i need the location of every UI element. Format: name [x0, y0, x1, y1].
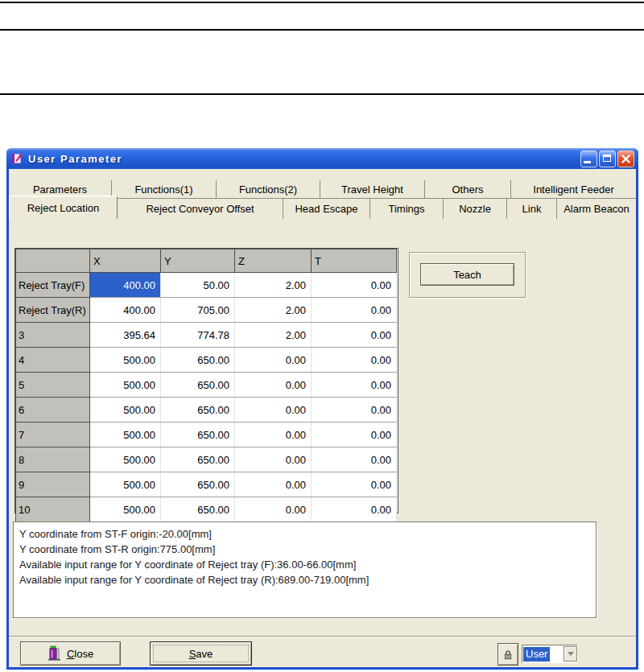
tab-functions-1[interactable]: Functions(1) [112, 180, 217, 198]
grid-header: XYZT [16, 249, 397, 273]
grid-cell[interactable]: 650.00 [161, 447, 235, 472]
grid-cell[interactable]: 500.00 [90, 348, 161, 373]
grid-cell[interactable]: 0.00 [235, 348, 312, 373]
grid-cell[interactable]: 0.00 [312, 273, 397, 298]
titlebar: User Parameter [6, 148, 638, 169]
grid-cell[interactable]: 0.00 [312, 298, 397, 323]
tab-reject-conveyor-offset[interactable]: Reject Conveyor Offset [118, 198, 283, 219]
grid-cell[interactable]: 500.00 [90, 472, 161, 497]
grid-cell[interactable]: 0.00 [235, 447, 312, 472]
window-controls [580, 150, 634, 167]
grid-cell[interactable]: 0.00 [312, 472, 397, 497]
tab-row-2: Reject LocationReject Conveyor OffsetHea… [9, 198, 636, 219]
dialog-client-area: ParametersFunctions(1)Functions(2)Travel… [9, 169, 636, 667]
grid-cell[interactable]: 0.00 [235, 373, 312, 398]
grid-cell[interactable]: 500.00 [90, 497, 161, 522]
grid-cell[interactable]: 400.00 [90, 273, 161, 298]
save-button[interactable]: Save [150, 641, 252, 666]
document-rule-line [0, 2, 644, 3]
lock-button[interactable] [497, 643, 518, 666]
tab-alarm-beacon[interactable]: Alarm Beacon [557, 198, 636, 219]
grid-cell[interactable]: 0.00 [312, 423, 397, 447]
grid-column-header-x: X [90, 249, 161, 273]
tab-head-escape[interactable]: Head Escape [283, 198, 370, 219]
grid-cell[interactable]: 0.00 [235, 398, 312, 423]
grid-cell[interactable]: 2.00 [235, 273, 312, 298]
grid-cell[interactable]: 2.00 [235, 298, 312, 323]
grid-cell[interactable]: 400.00 [90, 298, 161, 323]
grid-cell[interactable]: 650.00 [161, 373, 235, 398]
grid-cell[interactable]: 705.00 [161, 298, 235, 323]
grid-cell[interactable]: 0.00 [312, 447, 397, 472]
grid-row-header-reject-tray-r: Reject Tray(R) [16, 298, 90, 323]
grid-cell[interactable]: 650.00 [161, 423, 235, 447]
window-title: User Parameter [28, 153, 580, 165]
close-button[interactable]: Close [20, 641, 121, 666]
grid-row-header-4: 4 [16, 348, 90, 373]
document-rule-line [0, 93, 644, 95]
reject-location-grid: XYZT Reject Tray(F)400.0050.002.000.00Re… [14, 248, 398, 513]
teach-groupbox: Teach [409, 252, 526, 298]
grid-cell[interactable]: 0.00 [312, 348, 397, 373]
grid-row-header-10: 10 [16, 497, 90, 522]
grid-cell[interactable]: 50.00 [161, 273, 235, 298]
minimize-icon [584, 161, 591, 163]
grid-cell[interactable]: 0.00 [312, 323, 397, 348]
tab-intelligent-feeder[interactable]: Intelligent Feeder [511, 180, 636, 198]
footer-divider [9, 636, 636, 637]
grid-cell[interactable]: 650.00 [161, 497, 235, 522]
grid-row-header-5: 5 [16, 373, 90, 398]
tab-link[interactable]: Link [507, 198, 557, 219]
grid-body: Reject Tray(F)400.0050.002.000.00Reject … [16, 273, 397, 522]
tab-travel-height[interactable]: Travel Height [320, 180, 425, 198]
grid-row-header-6: 6 [16, 398, 90, 423]
grid-column-header-t: T [312, 249, 397, 273]
grid-row: 4500.00650.000.000.00 [16, 348, 397, 373]
grid-cell[interactable]: 500.00 [90, 423, 161, 447]
tab-timings[interactable]: Timings [370, 198, 444, 219]
grid-row-header-9: 9 [16, 472, 90, 497]
close-window-button[interactable] [617, 150, 634, 167]
grid-cell[interactable]: 2.00 [235, 323, 312, 348]
grid-cell[interactable]: 0.00 [235, 472, 312, 497]
grid-cell[interactable]: 774.78 [161, 323, 235, 348]
grid-row: 6500.00650.000.000.00 [16, 398, 397, 423]
grid-cell[interactable]: 0.00 [312, 373, 397, 398]
grid-cell[interactable]: 500.00 [90, 447, 161, 472]
grid-row: 7500.00650.000.000.00 [16, 423, 397, 447]
grid-column-header-y: Y [161, 249, 235, 273]
maximize-button[interactable] [599, 150, 616, 167]
minimize-button[interactable] [580, 150, 597, 167]
close-icon [621, 154, 631, 164]
tab-nozzle[interactable]: Nozzle [444, 198, 507, 219]
tab-functions-2[interactable]: Functions(2) [217, 180, 320, 198]
grid-corner-cell [16, 249, 90, 273]
save-button-label: Save [189, 648, 213, 660]
grid-row: 3395.64774.782.000.00 [16, 323, 397, 348]
grid-cell[interactable]: 650.00 [161, 398, 235, 423]
tab-reject-location[interactable]: Reject Location [9, 196, 118, 219]
padlock-icon [503, 648, 513, 662]
tab-others[interactable]: Others [425, 180, 511, 198]
grid-row-header-8: 8 [16, 447, 90, 472]
notebook-icon [10, 152, 23, 165]
grid-cell[interactable]: 0.00 [235, 423, 312, 447]
user-level-combobox[interactable]: User [522, 645, 578, 663]
grid-column-header-z: Z [235, 249, 312, 273]
exit-door-icon [47, 645, 61, 662]
document-rule-line [0, 29, 644, 31]
dropdown-arrow-icon[interactable] [564, 646, 577, 662]
grid-row: 10500.00650.000.000.00 [16, 497, 397, 522]
grid-row-header-7: 7 [16, 423, 90, 447]
teach-button[interactable]: Teach [420, 263, 514, 286]
grid-cell[interactable]: 500.00 [90, 398, 161, 423]
grid-row: Reject Tray(R)400.00705.002.000.00 [16, 298, 397, 323]
grid-cell[interactable]: 0.00 [312, 398, 397, 423]
grid-cell[interactable]: 0.00 [235, 497, 312, 522]
grid-row: 9500.00650.000.000.00 [16, 472, 397, 497]
grid-cell[interactable]: 650.00 [161, 472, 235, 497]
grid-cell[interactable]: 0.00 [312, 497, 397, 522]
grid-cell[interactable]: 395.64 [90, 323, 161, 348]
grid-cell[interactable]: 650.00 [161, 348, 235, 373]
grid-cell[interactable]: 500.00 [90, 373, 161, 398]
